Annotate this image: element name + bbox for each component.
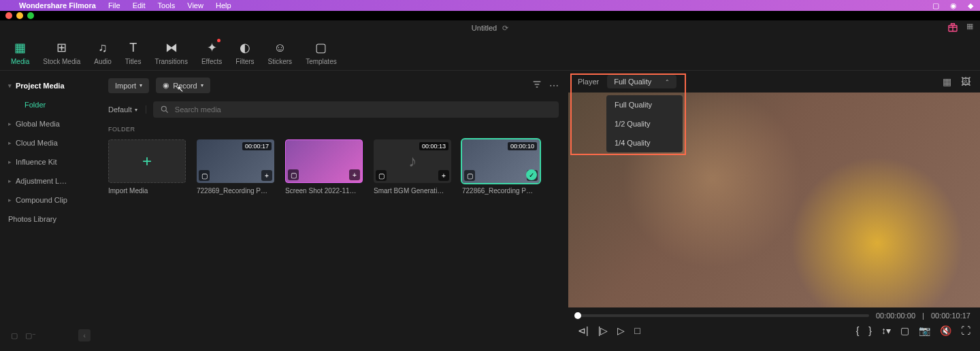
tab-effects[interactable]: ✦ Effects [201,40,222,65]
window-minimize-button[interactable] [16,12,23,19]
prev-frame-button[interactable]: ⊲| [578,325,589,336]
menu-file[interactable]: File [108,1,120,10]
tab-label: Audio [94,58,112,65]
new-folder-button[interactable]: ▢ [8,329,20,341]
add-to-timeline-icon[interactable]: + [349,169,360,180]
snapshot-icon[interactable]: 🖼 [961,76,970,87]
play-pause-button[interactable]: |▷ [598,325,608,336]
search-input[interactable] [175,105,552,114]
folder-heading: FOLDER [108,126,559,133]
media-item-import[interactable]: + Import Media [108,139,186,195]
playback-buttons: ⊲| |▷ ▷ □ { } ↕▾ ▢ 📷 🔇 ⛶ [578,325,970,336]
sort-dropdown[interactable]: Default ▾ [108,105,146,114]
media-thumb[interactable]: ▢ + [285,139,363,183]
tab-stickers[interactable]: ☺ Stickers [268,41,293,65]
quality-selected: Full Quality [614,78,651,86]
search-box[interactable] [153,101,559,118]
import-media-thumb[interactable]: + [108,139,186,183]
preview-icon[interactable]: ▢ [376,170,387,181]
media-thumb[interactable]: 00:00:17 ▢ + [197,139,274,183]
tray-icon[interactable]: ◆ [968,1,973,10]
titlebar [0,11,980,20]
tab-audio[interactable]: ♫ Audio [94,41,112,65]
media-item[interactable]: ▢ + Screen Shot 2022-11… [285,139,363,195]
tab-label: Stock Media [43,58,80,65]
preview-icon[interactable]: ▢ [288,169,299,180]
window-close-button[interactable] [5,12,12,19]
quality-dropdown[interactable]: Full Quality ⌃ [607,75,676,88]
tab-templates[interactable]: ▢ Templates [306,40,337,65]
sidebar-item-global-media[interactable]: ▸ Global Media [4,114,95,133]
sidebar-item-label: Cloud Media [16,139,58,147]
panel-icon[interactable]: ▦ [966,22,973,35]
mark-out-button[interactable]: } [868,325,872,336]
media-item[interactable]: 00:00:17 ▢ + 722869_Recording P… [197,139,274,195]
mute-icon[interactable]: 🔇 [940,325,951,336]
add-to-timeline-icon[interactable]: + [438,170,449,181]
gift-icon[interactable] [947,22,958,35]
playhead[interactable] [574,312,581,319]
preview-controls: 00:00:00:00 | 00:00:10:17 ⊲| |▷ ▷ □ { } … [568,307,980,351]
duration-badge: 00:00:17 [242,142,272,150]
media-label: Screen Shot 2022-11… [285,187,363,195]
tab-filters[interactable]: ◐ Filters [235,40,254,65]
status-icon[interactable]: ◉ [950,1,957,10]
tab-titles[interactable]: T Titles [125,41,142,65]
tab-stock-media[interactable]: ⊞ Stock Media [43,40,80,65]
window-maximize-button[interactable] [27,12,34,19]
add-to-timeline-icon[interactable]: + [261,170,272,181]
collapse-sidebar-button[interactable]: ‹ [78,329,91,341]
sidebar-item-project-media[interactable]: ▾ Project Media [4,76,95,95]
transitions-icon: ⧓ [165,40,178,55]
tab-transitions[interactable]: ⧓ Transitions [154,40,188,65]
filter-icon[interactable] [532,79,542,92]
window-icon[interactable]: ▢ [932,1,939,10]
sidebar-item-photos-library[interactable]: Photos Library [4,210,95,229]
tab-label: Templates [306,58,337,65]
quality-option-quarter[interactable]: 1/4 Quality [606,133,683,152]
main-content: ▾ Project Media Folder ▸ Global Media ▸ … [0,71,980,351]
sidebar-item-influence-kit[interactable]: ▸ Influence Kit [4,152,95,171]
menu-view[interactable]: View [187,1,203,10]
time-total: 00:00:10:17 [931,312,970,320]
mark-in-button[interactable]: { [856,325,860,336]
preview-icon[interactable]: ▢ [199,170,210,181]
sidebar-item-adjustment-layer[interactable]: ▸ Adjustment L… [4,171,95,190]
quality-option-full[interactable]: Full Quality [606,95,683,114]
quality-option-half[interactable]: 1/2 Quality [606,114,683,133]
tab-label: Filters [235,58,254,65]
compare-icon[interactable]: ▦ [943,76,951,87]
menu-tools[interactable]: Tools [158,1,176,10]
chevron-down-icon: ▾ [135,107,137,113]
more-icon[interactable]: ⋯ [549,80,559,91]
sync-icon[interactable]: ⟳ [502,24,508,33]
chevron-right-icon: ▸ [8,120,12,127]
preview-icon[interactable]: ▢ [464,170,475,181]
media-thumb[interactable]: 00:00:10 ▢ ✎ ✓ [462,139,540,183]
aspect-button[interactable]: ▢ [900,325,909,336]
import-button[interactable]: Import ▾ [108,78,149,93]
fullscreen-icon[interactable]: ⛶ [961,325,970,336]
media-thumb[interactable]: 00:00:13 ♪ ▢ + [374,139,451,183]
app-name: Wondershare Filmora [19,1,96,10]
chevron-down-icon: ▾ [140,82,142,88]
media-item[interactable]: 00:00:13 ♪ ▢ + Smart BGM Generati… [374,139,451,195]
menu-edit[interactable]: Edit [133,1,146,10]
play-button[interactable]: ▷ [617,325,625,336]
tab-media[interactable]: ▦ Media [11,40,29,65]
menu-help[interactable]: Help [216,1,231,10]
timeline-track[interactable] [578,314,869,317]
camera-icon[interactable]: 📷 [919,325,930,336]
delete-folder-button[interactable]: ▢⁻ [24,329,37,341]
sidebar-item-folder[interactable]: Folder [4,95,95,114]
preview-header-right: ▦ 🖼 [943,76,970,87]
sidebar-item-compound-clip[interactable]: ▸ Compound Clip [4,190,95,210]
record-label: Record [173,82,197,90]
record-button[interactable]: ◉ Record ▾ [156,78,210,93]
titles-icon: T [129,41,137,55]
media-item[interactable]: 00:00:10 ▢ ✎ ✓ 722866_Recording P… [462,139,540,195]
sidebar-item-cloud-media[interactable]: ▸ Cloud Media [4,133,95,152]
zoom-dropdown[interactable]: ↕▾ [881,325,891,336]
stop-button[interactable]: □ [634,325,640,336]
thumb-actions: ▢ + [376,170,449,181]
